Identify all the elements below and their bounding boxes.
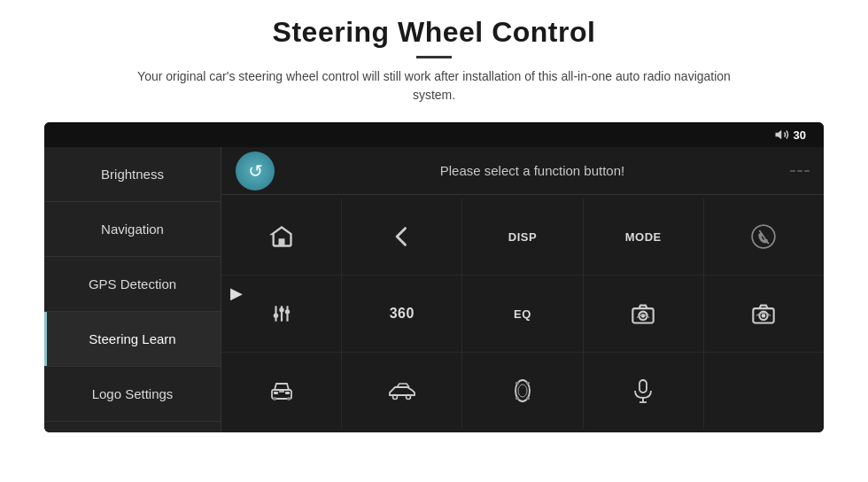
360-label: 360 (390, 306, 415, 322)
car-top-icon (510, 378, 535, 403)
svg-rect-26 (515, 382, 519, 385)
svg-rect-29 (526, 397, 530, 400)
back-icon (390, 224, 415, 249)
mode-label: MODE (625, 230, 662, 244)
disp-button[interactable]: DISP (462, 198, 583, 275)
eq-button[interactable]: EQ (462, 276, 583, 352)
svg-point-20 (273, 397, 276, 400)
car-top-button[interactable] (462, 353, 583, 429)
svg-point-21 (287, 397, 291, 400)
volume-icon (774, 127, 790, 143)
sidebar-item-steering-learn[interactable]: Steering Learn (44, 312, 221, 367)
page-title: Steering Wheel Control (53, 16, 815, 49)
car-side-button[interactable] (342, 353, 462, 429)
svg-point-7 (273, 313, 277, 317)
camera1-button[interactable] (584, 276, 704, 352)
svg-point-5 (279, 307, 283, 312)
svg-rect-18 (285, 392, 290, 394)
page-subtitle: Your original car's steering wheel contr… (124, 67, 744, 105)
svg-marker-0 (775, 130, 781, 140)
svg-point-15 (762, 314, 766, 318)
main-content: Brightness Navigation GPS Detection Stee… (44, 147, 824, 432)
svg-rect-28 (515, 397, 519, 400)
indicator-dots (790, 170, 810, 172)
refresh-icon: ↻ (248, 160, 263, 182)
svg-point-9 (284, 309, 289, 314)
right-panel: ↻ Please select a function button! (221, 147, 824, 432)
grid-row-3 (221, 353, 824, 429)
sliders-icon (270, 302, 293, 325)
top-bar: 30 (44, 122, 824, 147)
svg-rect-30 (639, 380, 647, 393)
title-divider (416, 56, 452, 58)
svg-rect-27 (526, 382, 530, 385)
empty-button (704, 353, 824, 429)
microphone-button[interactable] (584, 353, 704, 429)
sidebar-item-gps-detection[interactable]: GPS Detection (44, 257, 221, 312)
device-screen: 30 Brightness Navigation GPS Detection S… (44, 122, 824, 432)
eq-label: EQ (514, 307, 531, 321)
top-right-area: 30 (774, 127, 806, 143)
svg-point-23 (406, 395, 410, 400)
grid-row-1: DISP MODE (221, 198, 824, 276)
car-front-icon (268, 379, 295, 402)
function-prompt: Please select a function button! (289, 163, 776, 178)
car-front-button[interactable] (221, 353, 342, 429)
camera1-icon (631, 301, 655, 326)
car-side-icon (388, 379, 416, 402)
grid-row-2: 360 EQ (221, 276, 824, 353)
svg-point-22 (392, 395, 397, 400)
back-button[interactable] (342, 198, 462, 275)
refresh-button[interactable]: ↻ (236, 152, 275, 190)
page-header: Steering Wheel Control Your original car… (0, 0, 868, 113)
360-button[interactable]: 360 (342, 276, 462, 352)
sidebar-item-brightness[interactable]: Brightness (44, 147, 221, 202)
camera2-icon (751, 301, 776, 326)
button-grid: DISP MODE (221, 195, 824, 432)
phone-cancel-button[interactable] (704, 198, 824, 275)
sidebar-item-navigation[interactable]: Navigation (44, 202, 221, 257)
svg-rect-19 (279, 391, 284, 393)
control-header: ↻ Please select a function button! (221, 147, 824, 195)
phone-cancel-icon (751, 224, 776, 249)
sidebar-item-logo-settings[interactable]: Logo Settings (44, 367, 221, 422)
home-icon (269, 224, 294, 249)
microphone-icon (632, 378, 655, 403)
home-button[interactable] (221, 198, 342, 275)
camera2-button[interactable] (704, 276, 824, 352)
volume-level: 30 (794, 128, 806, 142)
mode-button[interactable]: MODE (584, 198, 704, 275)
sliders-button[interactable] (221, 276, 342, 352)
disp-label: DISP (508, 230, 537, 244)
svg-rect-1 (278, 238, 284, 245)
sidebar: Brightness Navigation GPS Detection Stee… (44, 147, 221, 432)
svg-point-25 (518, 385, 527, 397)
svg-rect-17 (274, 392, 278, 394)
